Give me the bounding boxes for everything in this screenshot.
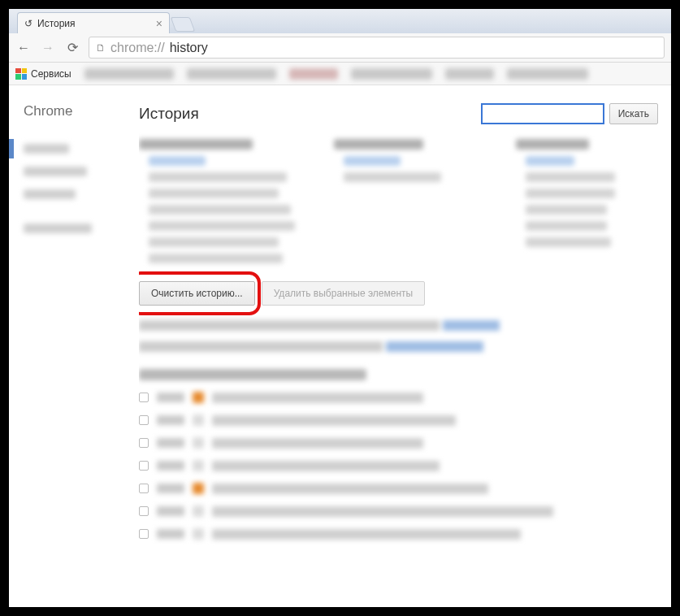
tab-strip: ↺ История ×	[9, 9, 671, 33]
entry-time	[157, 529, 184, 539]
entry-checkbox[interactable]	[139, 461, 149, 471]
history-date-header	[139, 369, 366, 380]
sidebar: Chrome	[9, 85, 139, 607]
action-buttons-row: Очистить историю... Удалить выбранные эл…	[139, 281, 658, 306]
entry-time	[157, 461, 184, 471]
apps-label: Сервисы	[31, 68, 71, 80]
entry-time	[157, 506, 184, 516]
search-button[interactable]: Искать	[609, 103, 658, 124]
tab-title: История	[37, 18, 151, 29]
bookmark-item[interactable]	[289, 68, 338, 80]
reload-button[interactable]: ⟳	[64, 40, 80, 55]
history-entry[interactable]	[139, 392, 658, 403]
close-tab-icon[interactable]: ×	[156, 18, 162, 29]
bookmark-item[interactable]	[84, 68, 174, 80]
synced-device-column	[139, 139, 295, 270]
bookmarks-bar: Сервисы	[9, 63, 671, 85]
history-entry[interactable]	[139, 414, 658, 426]
main-panel: История Искать	[139, 85, 671, 607]
entry-title	[212, 461, 440, 471]
sidebar-item-history[interactable]	[9, 139, 139, 158]
bookmark-item[interactable]	[445, 68, 494, 80]
favicon-icon	[193, 528, 204, 540]
entry-checkbox[interactable]	[139, 393, 149, 402]
bookmark-item[interactable]	[351, 68, 432, 80]
favicon-icon	[193, 483, 204, 494]
apps-icon	[15, 68, 27, 80]
favicon-icon	[193, 505, 204, 517]
sidebar-item[interactable]	[9, 162, 139, 181]
url-path: history	[170, 41, 208, 55]
entry-title	[212, 529, 521, 540]
synced-device-column	[334, 139, 477, 270]
entry-time	[157, 415, 184, 425]
favicon-icon	[193, 437, 204, 449]
browser-window: ↺ История × ← → ⟳ 🗋 chrome://history Сер…	[9, 9, 671, 607]
bookmark-item[interactable]	[187, 68, 276, 80]
history-search-input[interactable]	[481, 103, 604, 124]
page-icon: 🗋	[96, 42, 106, 54]
url-scheme: chrome://	[110, 41, 165, 55]
entry-title	[212, 484, 488, 494]
entry-title	[212, 415, 456, 426]
apps-shortcut[interactable]: Сервисы	[15, 68, 71, 80]
favicon-icon	[193, 392, 204, 403]
entry-checkbox[interactable]	[139, 529, 149, 539]
favicon-icon	[193, 460, 204, 471]
entry-title	[212, 438, 423, 449]
page-content: Chrome История Искать	[9, 85, 671, 607]
history-entry[interactable]	[139, 483, 658, 494]
entry-checkbox[interactable]	[139, 484, 149, 493]
page-header: История Искать	[139, 103, 658, 124]
history-entry[interactable]	[139, 528, 658, 540]
favicon-icon	[193, 414, 204, 426]
entry-time	[157, 484, 184, 493]
entry-checkbox[interactable]	[139, 438, 149, 448]
sidebar-item[interactable]	[9, 184, 139, 204]
info-text	[139, 320, 658, 354]
history-icon: ↺	[24, 18, 32, 29]
bookmark-item[interactable]	[507, 68, 588, 80]
history-entry[interactable]	[139, 437, 658, 449]
history-list	[139, 369, 658, 540]
entry-title	[212, 393, 423, 403]
new-tab-button[interactable]	[171, 17, 196, 32]
entry-checkbox[interactable]	[139, 415, 149, 425]
history-entry[interactable]	[139, 505, 658, 517]
synced-devices	[139, 139, 658, 270]
forward-button[interactable]: →	[40, 41, 56, 55]
history-entry[interactable]	[139, 460, 658, 471]
entry-checkbox[interactable]	[139, 506, 149, 516]
toolbar: ← → ⟳ 🗋 chrome://history	[9, 33, 671, 63]
synced-device-column	[516, 139, 659, 270]
entry-time	[157, 393, 184, 402]
page-title: История	[139, 105, 481, 123]
address-bar[interactable]: 🗋 chrome://history	[89, 37, 665, 59]
back-button[interactable]: ←	[15, 41, 32, 55]
browser-tab-history[interactable]: ↺ История ×	[17, 12, 170, 33]
brand-label: Chrome	[9, 103, 139, 119]
entry-time	[157, 438, 184, 448]
delete-selected-button[interactable]: Удалить выбранные элементы	[262, 281, 425, 306]
sidebar-item[interactable]	[9, 219, 139, 238]
clear-history-button[interactable]: Очистить историю...	[139, 281, 255, 306]
entry-title	[212, 506, 553, 517]
